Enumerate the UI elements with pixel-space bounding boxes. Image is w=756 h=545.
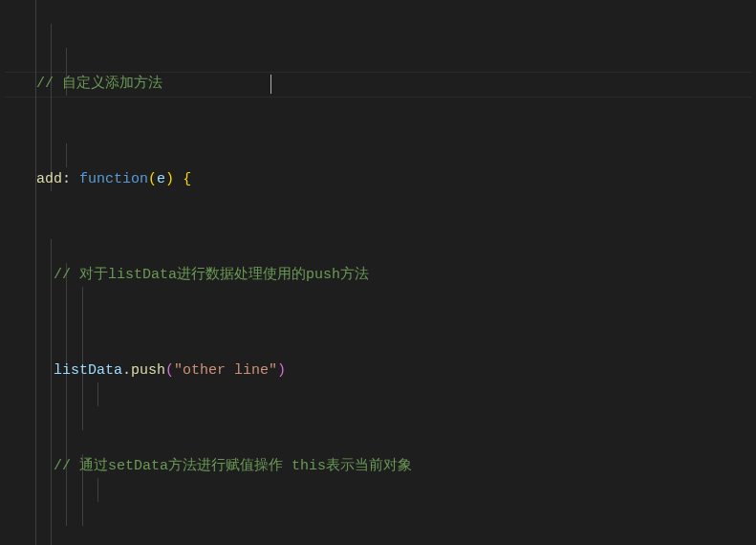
code-line: // 自定义添加方法 — [19, 72, 756, 96]
comment: // 通过setData方法进行赋值操作 this表示当前对象 — [54, 458, 412, 474]
comment: // 对于listData进行数据处理使用的push方法 — [54, 267, 369, 283]
comment: // 自定义添加方法 — [36, 76, 162, 92]
code-line: // 通过setData方法进行赋值操作 this表示当前对象 — [19, 454, 756, 478]
code-line: // 对于listData进行数据处理使用的push方法 — [19, 263, 756, 287]
method-name: add — [36, 171, 62, 187]
code-editor[interactable]: // 自定义添加方法 add: function(e) { // 对于listD… — [0, 0, 756, 545]
code-area[interactable]: // 自定义添加方法 add: function(e) { // 对于listD… — [19, 0, 756, 545]
code-line: add: function(e) { — [19, 167, 756, 191]
code-line: listData.push("other line") — [19, 359, 756, 382]
